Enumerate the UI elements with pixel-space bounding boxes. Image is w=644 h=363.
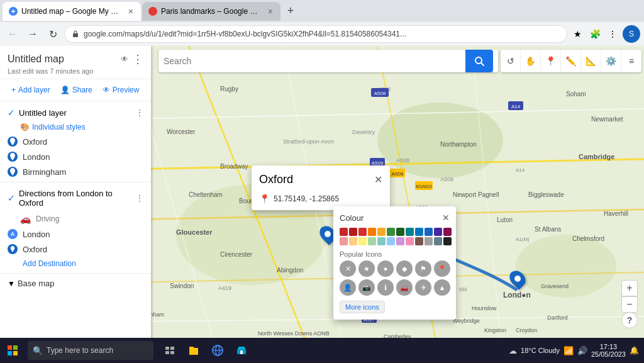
color-swatch-14[interactable]: [349, 237, 357, 245]
icon-plane[interactable]: ✈: [415, 279, 431, 296]
taskbar-app-browser[interactable]: [206, 339, 229, 362]
hand-tool[interactable]: ✋: [521, 50, 541, 72]
dir-from[interactable]: A London: [0, 226, 151, 242]
notification-icon[interactable]: 🔔: [630, 346, 639, 355]
tab-close-1[interactable]: ×: [127, 5, 135, 18]
base-map-toggle[interactable]: ▼ Base map: [8, 279, 143, 288]
refresh-button[interactable]: ↻: [44, 25, 62, 43]
search-input[interactable]: [164, 56, 465, 66]
list-item-birmingham[interactable]: Birmingham: [0, 164, 151, 179]
sidebar-menu-icon[interactable]: ⋮: [132, 52, 143, 66]
icon-pin[interactable]: 📍: [434, 260, 450, 277]
network-icon[interactable]: 📶: [564, 346, 574, 355]
tab-close-2[interactable]: ×: [267, 5, 274, 18]
color-swatch-4[interactable]: [368, 228, 376, 236]
icon-circle[interactable]: ●: [377, 260, 394, 277]
dir-menu-icon[interactable]: ⋮: [136, 194, 143, 203]
icon-x[interactable]: ✕: [340, 260, 356, 277]
draw-tool[interactable]: ✏️: [561, 50, 581, 72]
profile-avatar[interactable]: S: [623, 25, 640, 43]
base-map-section: ▼ Base map: [0, 273, 151, 293]
zoom-in-button[interactable]: +: [621, 280, 638, 296]
preview-button[interactable]: 👁 Preview: [99, 83, 143, 97]
icon-person[interactable]: 👤: [340, 279, 356, 296]
layer-check-icon[interactable]: ✓: [8, 108, 15, 118]
back-button[interactable]: ←: [4, 25, 21, 43]
bookmark-icon[interactable]: ★: [570, 26, 585, 42]
marker-tool[interactable]: 📍: [541, 50, 561, 72]
add-destination-button[interactable]: Add Destination: [0, 257, 151, 271]
more-icons-button[interactable]: More icons: [340, 301, 385, 313]
icon-flag[interactable]: ⚑: [415, 260, 431, 277]
color-swatch-18[interactable]: [387, 237, 395, 245]
add-icon: +: [11, 86, 16, 94]
taskbar-app-taskview[interactable]: [158, 339, 181, 362]
taskbar-right: ☁ 18°C Cloudy 📶 🔊 17:13 25/05/2023 🔔: [509, 343, 644, 358]
visibility-icon[interactable]: 👁: [121, 55, 128, 64]
svg-text:Abingdon: Abingdon: [277, 267, 303, 274]
color-swatch-5[interactable]: [377, 228, 386, 236]
route-tool[interactable]: 📐: [581, 50, 601, 72]
taskbar-clock[interactable]: 17:13 25/05/2023: [591, 343, 626, 358]
address-bar[interactable]: google.com/maps/d/u/1/edit?mid=1rr5H-vf8…: [64, 25, 567, 43]
london-marker[interactable]: [511, 270, 525, 288]
taskbar-app-files[interactable]: [182, 339, 205, 362]
undo-tool[interactable]: ↺: [501, 50, 521, 72]
add-layer-button[interactable]: + Add layer: [8, 83, 54, 97]
dir-to[interactable]: Oxford: [0, 242, 151, 257]
start-button[interactable]: [0, 338, 25, 363]
color-swatch-7[interactable]: [396, 228, 404, 236]
color-swatch-24[interactable]: [443, 237, 452, 245]
icon-car[interactable]: 🚗: [396, 279, 413, 296]
list-item-london[interactable]: London: [0, 149, 151, 164]
extensions-icon[interactable]: 🧩: [587, 26, 602, 42]
color-swatch-12[interactable]: [443, 228, 452, 236]
zoom-out-button[interactable]: −: [621, 296, 638, 313]
tab-active[interactable]: Untitled map – Google My Maps ×: [3, 2, 141, 21]
color-swatch-15[interactable]: [358, 237, 367, 245]
taskbar-search[interactable]: 🔍 Type here to search: [28, 341, 153, 360]
taskbar-app-store[interactable]: [230, 339, 253, 362]
list-item-oxford[interactable]: Oxford: [0, 134, 151, 149]
color-swatch-23[interactable]: [434, 237, 442, 245]
color-swatch-2[interactable]: [349, 228, 357, 236]
color-swatch-11[interactable]: [434, 228, 442, 236]
color-swatch-19[interactable]: [396, 237, 404, 245]
help-button[interactable]: ?: [621, 312, 638, 328]
color-swatch-6[interactable]: [387, 228, 395, 236]
share-button[interactable]: 👤 Share: [57, 83, 96, 97]
color-swatch-21[interactable]: [415, 237, 423, 245]
color-swatch-10[interactable]: [425, 228, 433, 236]
color-swatch-17[interactable]: [377, 237, 386, 245]
svg-text:Newport Pagnell: Newport Pagnell: [453, 191, 499, 198]
color-swatch-13[interactable]: [340, 237, 348, 245]
filter-tool[interactable]: ⚙️: [601, 50, 621, 72]
icon-location[interactable]: ▲: [434, 279, 450, 296]
layer-menu-icon[interactable]: ⋮: [136, 108, 143, 117]
individual-styles[interactable]: 🎨 Individual styles: [0, 121, 151, 134]
color-swatch-3[interactable]: [358, 228, 367, 236]
sidebar-title: Untitled map: [8, 53, 64, 65]
dir-check-icon[interactable]: ✓: [8, 193, 15, 203]
icon-picker-close-button[interactable]: ✕: [442, 213, 450, 223]
color-swatch-16[interactable]: [368, 237, 376, 245]
color-swatch-9[interactable]: [415, 228, 423, 236]
icon-star[interactable]: ★: [358, 260, 375, 277]
layers-tool[interactable]: ≡: [621, 50, 641, 72]
popup-close-button[interactable]: ✕: [374, 174, 382, 186]
icon-info[interactable]: ℹ: [377, 279, 394, 296]
volume-icon[interactable]: 🔊: [577, 346, 587, 355]
icon-diamond[interactable]: ◆: [396, 260, 413, 277]
menu-icon[interactable]: ⋮: [605, 26, 620, 42]
search-button[interactable]: [465, 50, 493, 72]
tab-inactive[interactable]: Paris landmarks – Google My M... ×: [142, 2, 280, 21]
color-swatch-1[interactable]: [340, 228, 348, 236]
color-swatch-8[interactable]: [406, 228, 414, 236]
forward-button[interactable]: →: [24, 25, 42, 43]
new-tab-button[interactable]: +: [282, 3, 299, 20]
color-swatch-22[interactable]: [425, 237, 433, 245]
oxford-marker[interactable]: [321, 225, 335, 243]
color-swatch-20[interactable]: [406, 237, 414, 245]
search-icon: [474, 56, 484, 66]
icon-camera[interactable]: 📷: [358, 279, 375, 296]
